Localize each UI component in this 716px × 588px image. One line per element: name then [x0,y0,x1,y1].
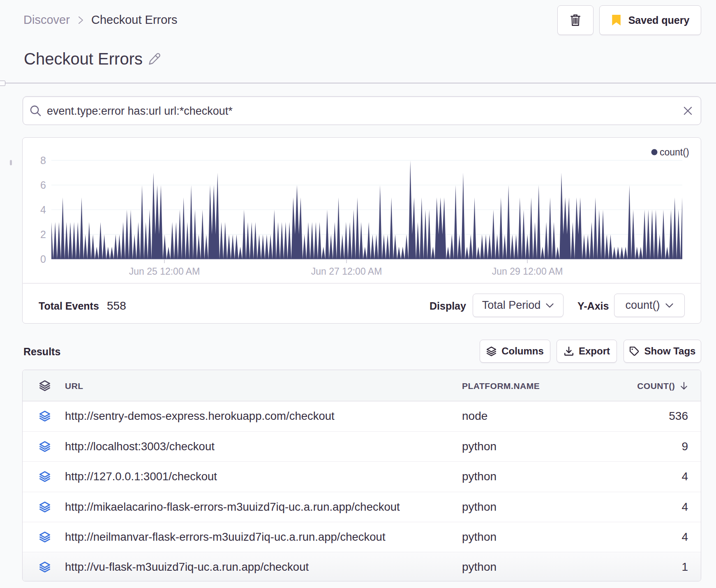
svg-text:6: 6 [40,179,46,191]
svg-text:0: 0 [40,253,46,265]
svg-text:Jun 27 12:00 AM: Jun 27 12:00 AM [311,266,382,277]
svg-text:Jun 29 12:00 AM: Jun 29 12:00 AM [492,266,563,277]
svg-text:8: 8 [40,155,46,166]
svg-text:count(): count() [660,147,689,157]
svg-text:Jun 25 12:00 AM: Jun 25 12:00 AM [129,266,200,277]
svg-text:2: 2 [40,229,46,240]
svg-text:4: 4 [40,204,46,215]
